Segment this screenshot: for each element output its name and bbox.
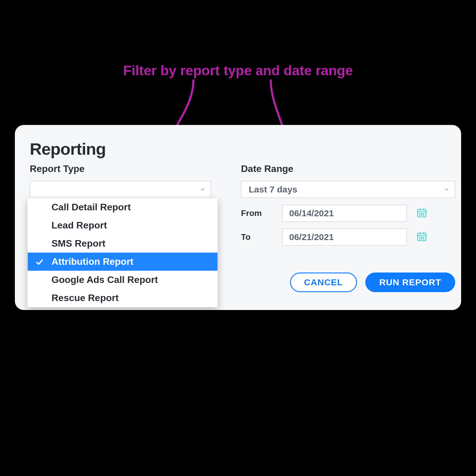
report-type-option-label: Call Detail Report <box>51 202 131 212</box>
from-date-value: 06/14/2021 <box>289 208 334 218</box>
report-type-option[interactable]: SMS Report <box>28 234 217 253</box>
date-range-label: Date Range <box>241 163 455 174</box>
svg-point-18 <box>422 239 422 239</box>
date-range-preset-value: Last 7 days <box>249 184 297 195</box>
svg-point-6 <box>423 213 424 214</box>
calendar-icon <box>416 207 428 220</box>
svg-point-19 <box>423 239 424 239</box>
report-type-option-label: Google Ads Call Report <box>51 274 158 285</box>
report-type-option[interactable]: Lead Report <box>28 216 217 234</box>
from-label: From <box>241 209 274 218</box>
report-type-label: Report Type <box>30 163 211 174</box>
from-calendar-button[interactable] <box>415 207 428 220</box>
date-range-column: Date Range Last 7 days From 06/14/2021 <box>241 162 455 292</box>
page-title: Reporting <box>30 139 446 159</box>
to-date-value: 06/21/2021 <box>289 232 334 242</box>
chevron-down-icon <box>200 187 205 192</box>
report-type-select[interactable] <box>30 181 211 198</box>
calendar-icon <box>416 231 428 243</box>
svg-point-8 <box>422 215 422 215</box>
svg-point-5 <box>422 213 422 214</box>
report-type-option-label: Rescue Report <box>51 292 119 303</box>
date-range-preset-select[interactable]: Last 7 days <box>241 181 455 198</box>
report-type-option[interactable]: Rescue Report <box>28 289 217 307</box>
cancel-button[interactable]: CANCEL <box>290 273 357 292</box>
report-type-option[interactable]: Google Ads Call Report <box>28 271 217 289</box>
svg-point-14 <box>420 237 420 238</box>
report-type-dropdown: Call Detail ReportLead ReportSMS ReportA… <box>27 198 218 307</box>
actions-row: CANCEL RUN REPORT <box>241 273 455 292</box>
report-type-option[interactable]: Attribution Report <box>28 253 217 271</box>
from-date-input[interactable]: 06/14/2021 <box>282 205 407 222</box>
reporting-panel: Reporting Report Type Call Detail Report… <box>15 125 461 310</box>
svg-point-9 <box>423 215 424 215</box>
report-type-column: Report Type Call Detail ReportLead Repor… <box>30 162 211 292</box>
chevron-down-icon <box>444 187 449 192</box>
to-label: To <box>241 232 274 242</box>
svg-point-4 <box>420 213 420 214</box>
annotation-text: Filter by report type and date range <box>0 62 476 79</box>
report-type-option-label: Lead Report <box>51 220 107 231</box>
report-type-option-label: Attribution Report <box>51 256 134 267</box>
svg-point-15 <box>422 237 422 238</box>
check-icon <box>35 258 44 266</box>
svg-point-7 <box>420 215 420 215</box>
report-type-option[interactable]: Call Detail Report <box>28 198 217 216</box>
to-date-input[interactable]: 06/21/2021 <box>282 228 407 246</box>
svg-point-17 <box>420 239 420 239</box>
report-type-option-label: SMS Report <box>51 238 105 249</box>
to-calendar-button[interactable] <box>415 231 428 244</box>
svg-point-16 <box>423 237 424 238</box>
run-report-button[interactable]: RUN REPORT <box>365 273 455 292</box>
